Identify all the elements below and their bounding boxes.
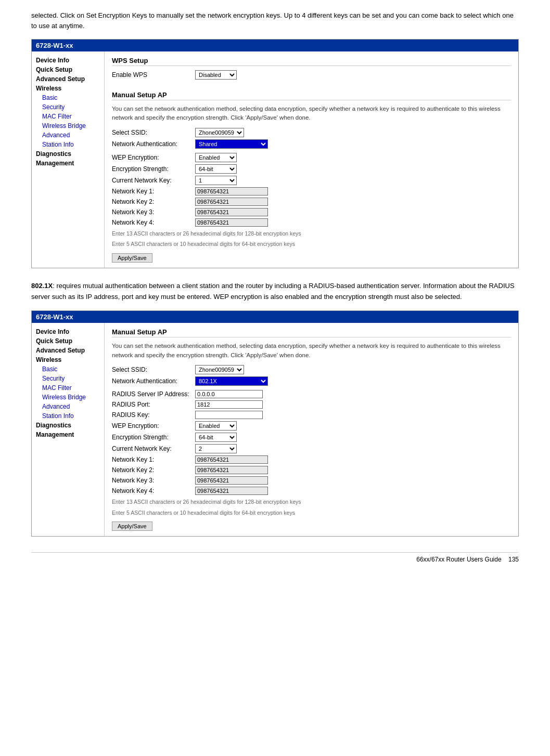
key4-label-2: Network Key 4: (112, 487, 195, 494)
radius-key-input[interactable] (195, 411, 263, 419)
manual-setup-title-1: Manual Setup AP (112, 91, 511, 100)
page-footer: 66xx/67xx Router Users Guide 135 (31, 552, 519, 563)
radius-ip-label: RADIUS Server IP Address: (112, 390, 195, 398)
current-key-label-1: Current Network Key: (112, 177, 195, 184)
enc-strength-select-2[interactable]: 64-bit 128-bit (195, 433, 237, 442)
sidebar-item-wireless-bridge-1[interactable]: Wireless Bridge (32, 121, 104, 131)
sidebar-item-advanced-setup-2[interactable]: Advanced Setup (32, 346, 104, 355)
sidebar-item-diagnostics-2[interactable]: Diagnostics (32, 421, 104, 430)
radius-key-label: RADIUS Key: (112, 411, 195, 419)
sidebar-item-security-2[interactable]: Security (32, 374, 104, 383)
sidebar-item-advanced-setup-1[interactable]: Advanced Setup (32, 74, 104, 84)
key1-label-2: Network Key 1: (112, 456, 195, 463)
wep-enc-label-2: WEP Encryption: (112, 422, 195, 429)
select-ssid-select-1[interactable]: Zhone009059 (195, 128, 244, 137)
key3-label-1: Network Key 3: (112, 208, 195, 216)
key3-input-1[interactable] (195, 208, 268, 216)
footer-text: 66xx/67xx Router Users Guide (416, 556, 501, 563)
key3-label-2: Network Key 3: (112, 477, 195, 484)
sidebar-2: Device Info Quick Setup Advanced Setup W… (32, 323, 105, 536)
network-auth-label-2: Network Authentication: (112, 377, 195, 385)
enc-strength-label-2: Encryption Strength: (112, 434, 195, 441)
network-auth-select-2[interactable]: 802.1X Shared Open WPA (195, 376, 268, 386)
wep-enc-select-1[interactable]: Enabled Disabled (195, 153, 237, 162)
key2-label-2: Network Key 2: (112, 466, 195, 474)
wps-enable-select[interactable]: Disabled Enabled (195, 70, 237, 80)
key2-input-1[interactable] (195, 198, 268, 206)
radius-ip-input[interactable] (195, 390, 263, 398)
footer-page: 135 (508, 556, 519, 563)
sidebar-item-diagnostics-1[interactable]: Diagnostics (32, 149, 104, 159)
key1-input-2[interactable] (195, 455, 268, 464)
router-header-2: 6728-W1-xx (32, 311, 518, 323)
sidebar-item-wireless-bridge-2[interactable]: Wireless Bridge (32, 393, 104, 402)
wps-enable-label: Enable WPS (112, 71, 195, 79)
sidebar-item-management-1[interactable]: Management (32, 159, 104, 168)
radius-port-label: RADIUS Port: (112, 401, 195, 408)
current-key-select-2[interactable]: 1 2 3 4 (195, 444, 237, 453)
sidebar-item-quick-setup-1[interactable]: Quick Setup (32, 65, 104, 74)
router-header-1: 6728-W1-xx (32, 40, 518, 51)
sidebar-item-station-info-1[interactable]: Station Info (32, 140, 104, 149)
sidebar-item-security-1[interactable]: Security (32, 102, 104, 112)
main-content-1: WPS Setup Enable WPS Disabled Enabled Ma… (105, 51, 518, 268)
wep-enc-label-1: WEP Encryption: (112, 154, 195, 161)
radius-port-input[interactable] (195, 400, 263, 409)
wep-enc-select-2[interactable]: Enabled Disabled (195, 421, 237, 431)
key1-input-1[interactable] (195, 187, 268, 195)
key1-label-1: Network Key 1: (112, 188, 195, 195)
key4-input-1[interactable] (195, 218, 268, 227)
hint2-1: Enter 5 ASCII characters or 10 hexadecim… (112, 240, 511, 248)
hint2-2: Enter 5 ASCII characters or 10 hexadecim… (112, 509, 511, 517)
sidebar-item-basic-1[interactable]: Basic (32, 93, 104, 102)
sidebar-item-device-info-1[interactable]: Device Info (32, 56, 104, 65)
sidebar-1: Device Info Quick Setup Advanced Setup W… (32, 51, 105, 268)
intro-paragraph: selected. Click on Set Encryption Keys t… (31, 10, 519, 31)
sidebar-item-wireless-1[interactable]: Wireless (32, 84, 104, 93)
sidebar-item-basic-2[interactable]: Basic (32, 364, 104, 374)
current-key-select-1[interactable]: 1 2 3 4 (195, 176, 237, 185)
key3-input-2[interactable] (195, 476, 268, 485)
manual-setup-desc-1: You can set the network authentication m… (112, 105, 511, 123)
network-auth-select-1[interactable]: Shared Open 802.1X WPA (195, 139, 268, 149)
middle-rest-text: : requires mutual authentication between… (31, 282, 515, 301)
network-auth-label-1: Network Authentication: (112, 140, 195, 148)
enc-strength-label-1: Encryption Strength: (112, 165, 195, 173)
key4-label-1: Network Key 4: (112, 219, 195, 226)
enc-strength-select-1[interactable]: 64-bit 128-bit (195, 164, 237, 174)
current-key-label-2: Current Network Key: (112, 445, 195, 452)
sidebar-item-device-info-2[interactable]: Device Info (32, 327, 104, 336)
hint1-2: Enter 13 ASCII characters or 26 hexadeci… (112, 498, 511, 506)
sidebar-item-mac-filter-1[interactable]: MAC Filter (32, 112, 104, 121)
bold-802-text: 802.1X (31, 282, 53, 290)
sidebar-item-quick-setup-2[interactable]: Quick Setup (32, 336, 104, 346)
middle-paragraph: 802.1X: requires mutual authentication b… (31, 281, 519, 303)
key2-label-1: Network Key 2: (112, 198, 195, 205)
sidebar-item-advanced-2[interactable]: Advanced (32, 402, 104, 411)
sidebar-item-mac-filter-2[interactable]: MAC Filter (32, 383, 104, 393)
router-ui-2: 6728-W1-xx Device Info Quick Setup Advan… (31, 310, 519, 537)
key2-input-2[interactable] (195, 466, 268, 474)
key4-input-2[interactable] (195, 487, 268, 495)
wps-title: WPS Setup (112, 57, 511, 66)
sidebar-item-wireless-2[interactable]: Wireless (32, 355, 104, 364)
sidebar-item-management-2[interactable]: Management (32, 430, 104, 439)
manual-setup-desc-2: You can set the network authentication m… (112, 342, 511, 360)
select-ssid-select-2[interactable]: Zhone009059 (195, 365, 244, 374)
sidebar-item-advanced-1[interactable]: Advanced (32, 131, 104, 140)
main-content-2: Manual Setup AP You can set the network … (105, 323, 518, 536)
manual-setup-title-2: Manual Setup AP (112, 328, 511, 337)
apply-save-button-2[interactable]: Apply/Save (112, 522, 152, 531)
sidebar-item-station-info-2[interactable]: Station Info (32, 411, 104, 421)
hint1-1: Enter 13 ASCII characters or 26 hexadeci… (112, 230, 511, 238)
select-ssid-label-2: Select SSID: (112, 366, 195, 373)
router-ui-1: 6728-W1-xx Device Info Quick Setup Advan… (31, 39, 519, 268)
apply-save-button-1[interactable]: Apply/Save (112, 253, 152, 263)
select-ssid-label-1: Select SSID: (112, 129, 195, 136)
